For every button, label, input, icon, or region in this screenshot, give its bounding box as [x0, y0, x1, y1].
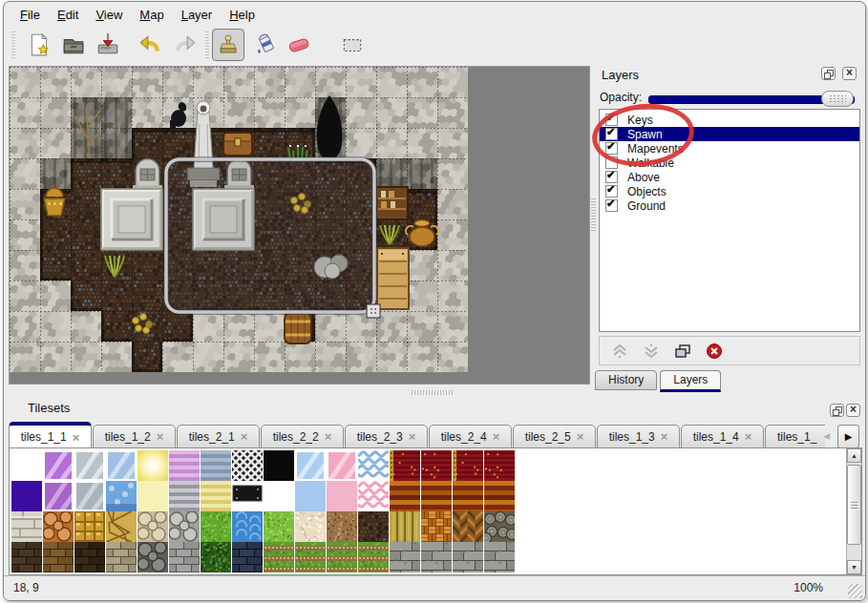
tab-label: tiles_2_1 [189, 430, 235, 444]
tab-close-icon[interactable]: × [325, 429, 332, 444]
new-map-button[interactable] [23, 29, 55, 61]
status-bar: 18, 9 100% [4, 575, 865, 601]
select-tool-button[interactable] [336, 29, 369, 61]
tab-close-icon[interactable]: × [409, 429, 416, 444]
tileset-tab-tiles_2_3[interactable]: tiles_2_3× [345, 425, 428, 448]
tileset-tab-tiles_1_1[interactable]: tiles_1_1× [9, 422, 92, 448]
tileset-tab-tiles_2_4[interactable]: tiles_2_4× [429, 425, 512, 448]
tilesets-float-icon[interactable] [830, 404, 844, 417]
map-canvas[interactable] [10, 67, 468, 372]
layers-panel-title: Layers [602, 68, 639, 82]
layer-row-above[interactable]: ✔Above [600, 170, 859, 184]
layer-row-walkable[interactable]: Walkable [600, 156, 859, 170]
layers-float-icon[interactable] [821, 67, 836, 80]
layer-label: Walkable [627, 156, 674, 170]
tileset-tab-tiles_1_3[interactable]: tiles_1_3× [597, 425, 680, 448]
scrollbar-thumb[interactable] [847, 465, 861, 545]
menu-map[interactable]: Map [131, 6, 172, 25]
menu-bar: FileEditViewMapLayerHelp [11, 6, 264, 25]
layer-label: Above [627, 171, 660, 184]
duplicate-icon [674, 343, 691, 360]
layer-row-ground[interactable]: ✔Ground [600, 198, 859, 213]
toolbar-grip[interactable] [11, 31, 15, 58]
menu-file[interactable]: File [11, 6, 49, 25]
eraser-tool-icon [286, 32, 311, 57]
layer-checkbox[interactable]: ✔ [605, 142, 618, 155]
horizontal-splitter[interactable] [412, 390, 454, 395]
tab-scroll-right-button[interactable]: ▶ [837, 425, 859, 448]
layer-checkbox[interactable] [605, 156, 618, 169]
tileset-tab-tiles_2_1[interactable]: tiles_2_1× [177, 425, 260, 448]
tileset-tab-tiles_1[interactable]: tiles_1_ [765, 425, 825, 448]
layer-row-objects[interactable]: ✔Objects [600, 184, 859, 198]
layer-checkbox[interactable]: ✔ [605, 185, 618, 198]
layer-row-keys[interactable]: ✔Keys [600, 113, 859, 127]
tilesets-close-icon[interactable] [846, 404, 860, 417]
tab-label: tiles_1_ [777, 430, 816, 444]
tab-close-icon[interactable]: × [745, 429, 752, 444]
stage: FileEditViewMapLayerHelp [0, 0, 868, 603]
layer-checkbox[interactable]: ✔ [605, 199, 618, 212]
tab-close-icon[interactable]: × [661, 429, 668, 444]
layer-label: Objects [627, 185, 667, 198]
tab-close-icon[interactable]: × [73, 430, 80, 445]
palette-canvas[interactable] [11, 450, 518, 572]
save-button[interactable] [92, 29, 124, 61]
opacity-slider-handle[interactable] [821, 91, 854, 107]
save-icon [95, 32, 120, 57]
resize-grip[interactable] [848, 584, 862, 598]
toolbar-grip[interactable] [205, 31, 209, 58]
eraser-tool-button[interactable] [283, 29, 315, 61]
move-layer-up-button[interactable] [611, 343, 628, 360]
zoom-level: 100% [794, 581, 823, 594]
scroll-up-icon[interactable]: ▲ [847, 448, 861, 463]
redo-icon [173, 32, 198, 57]
open-icon [61, 32, 86, 57]
scroll-down-icon[interactable]: ▼ [847, 560, 861, 574]
menu-layer[interactable]: Layer [173, 6, 222, 25]
tileset-tab-tiles_2_2[interactable]: tiles_2_2× [261, 425, 344, 448]
tileset-tabs: tiles_1_1×tiles_1_2×tiles_2_1×tiles_2_2×… [9, 422, 825, 448]
vertical-splitter[interactable] [591, 198, 596, 231]
tab-label: tiles_1_1 [21, 430, 67, 444]
open-button[interactable] [57, 29, 90, 61]
check-icon: ✔ [606, 140, 615, 153]
check-icon: ✔ [606, 169, 615, 181]
dock-tab-history[interactable]: History [595, 370, 657, 390]
tilesets-panel-title: Tilesets [28, 401, 70, 415]
layer-label: Ground [627, 199, 666, 213]
tab-close-icon[interactable]: × [577, 429, 584, 444]
layer-checkbox[interactable]: ✔ [605, 171, 618, 183]
tileset-tab-tiles_1_2[interactable]: tiles_1_2× [93, 425, 176, 448]
tab-label: tiles_1_2 [105, 430, 151, 444]
tileset-tab-tiles_1_4[interactable]: tiles_1_4× [681, 425, 764, 448]
layer-row-spawn[interactable]: ✔Spawn [600, 127, 859, 141]
select-tool-icon [340, 32, 365, 57]
tab-close-icon[interactable]: × [157, 429, 164, 444]
check-icon: ✔ [606, 198, 615, 210]
delete-layer-button[interactable] [706, 343, 723, 360]
layers-close-icon[interactable] [842, 67, 857, 80]
layer-row-mapevents[interactable]: ✔Mapevents [600, 141, 859, 156]
tab-close-icon[interactable]: × [241, 429, 248, 444]
menu-edit[interactable]: Edit [49, 6, 87, 25]
move-layer-down-button[interactable] [643, 343, 660, 360]
cursor-coordinates: 18, 9 [13, 581, 39, 594]
duplicate-layer-button[interactable] [674, 343, 691, 360]
tab-close-icon[interactable]: × [493, 429, 500, 444]
tab-scroll-left-icon[interactable]: ◀ [823, 431, 830, 441]
layer-label: Mapevents [627, 142, 684, 156]
stamp-tool-button[interactable] [212, 29, 244, 61]
fill-tool-button[interactable] [250, 29, 283, 61]
layer-checkbox[interactable]: ✔ [605, 128, 618, 140]
menu-help[interactable]: Help [221, 6, 264, 25]
check-icon: ✔ [606, 112, 615, 124]
tileset-palette-area: ▲ ▼ [9, 447, 862, 575]
tileset-tab-tiles_2_5[interactable]: tiles_2_5× [513, 425, 596, 448]
menu-view[interactable]: View [87, 6, 131, 25]
undo-button[interactable] [134, 29, 166, 61]
layer-checkbox[interactable]: ✔ [605, 114, 618, 126]
redo-button[interactable] [169, 29, 201, 61]
delete-icon [706, 343, 723, 360]
dock-tab-layers[interactable]: Layers [660, 370, 721, 392]
